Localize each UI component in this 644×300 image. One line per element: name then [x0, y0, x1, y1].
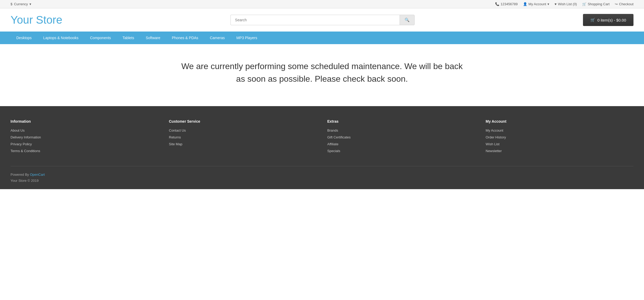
checkout-link[interactable]: ↪ Checkout	[615, 2, 633, 6]
phone-icon: 📞	[495, 2, 499, 6]
footer-list-item: Brands	[327, 128, 475, 132]
footer-column-list: About UsDelivery InformationPrivacy Poli…	[11, 128, 158, 153]
store-title: Your Store	[11, 14, 62, 26]
footer-bottom: Powered By OpenCart Your Store © 2019	[11, 172, 633, 184]
checkout-icon: ↪	[615, 2, 618, 6]
footer-link[interactable]: Terms & Conditions	[11, 149, 40, 153]
footer-column: Customer ServiceContact UsReturnsSite Ma…	[169, 119, 317, 156]
cart-button-label: 0 item(s) - $0.00	[597, 18, 626, 22]
nav-link[interactable]: Phones & PDAs	[166, 32, 204, 44]
dollar-icon: $	[11, 2, 12, 6]
footer-link[interactable]: My Account	[486, 128, 503, 132]
my-account-link[interactable]: 👤 My Account ▾	[523, 2, 549, 6]
currency-label: Currency	[14, 2, 28, 6]
account-icon: 👤	[523, 2, 527, 6]
footer-divider	[11, 166, 633, 166]
footer-list-item: My Account	[486, 128, 633, 132]
footer-list-item: Site Map	[169, 142, 317, 146]
shopping-cart-link[interactable]: 🛒 Shopping Cart	[582, 2, 610, 6]
currency-dropdown-arrow: ▾	[29, 2, 31, 6]
footer-link[interactable]: Brands	[327, 128, 338, 132]
footer-link[interactable]: Gift Certificates	[327, 135, 351, 139]
powered-by: Powered By OpenCart	[11, 172, 633, 178]
phone-link[interactable]: 📞 123456789	[495, 2, 518, 6]
cart-button-icon: 🛒	[590, 18, 595, 22]
footer-list-item: Wish List	[486, 142, 633, 146]
footer-link[interactable]: About Us	[11, 128, 24, 132]
footer-link[interactable]: Specials	[327, 149, 340, 153]
footer-column: InformationAbout UsDelivery InformationP…	[11, 119, 158, 156]
footer-list-item: Terms & Conditions	[11, 149, 158, 153]
footer-column-heading: Information	[11, 119, 158, 123]
footer-columns: InformationAbout UsDelivery InformationP…	[11, 119, 633, 163]
cart-icon: 🛒	[582, 2, 586, 6]
phone-number: 123456789	[501, 2, 518, 6]
nav-link[interactable]: Components	[84, 32, 117, 44]
footer-list-item: Returns	[169, 135, 317, 139]
footer-column: My AccountMy AccountOrder HistoryWish Li…	[486, 119, 633, 156]
heart-icon: ♥	[555, 2, 557, 6]
opencart-link[interactable]: OpenCart	[30, 173, 45, 177]
nav-link[interactable]: Tablets	[117, 32, 140, 44]
my-account-label: My Account	[529, 2, 546, 6]
nav-item: Phones & PDAs	[166, 32, 204, 44]
checkout-label: Checkout	[619, 2, 633, 6]
maintenance-message: We are currently performing some schedul…	[177, 60, 467, 85]
footer-link[interactable]: Site Map	[169, 142, 182, 146]
powered-by-label: Powered By	[11, 173, 29, 177]
search-button[interactable]: 🔍	[400, 15, 415, 25]
search-area: 🔍	[230, 15, 415, 25]
nav-item: MP3 Players	[230, 32, 263, 44]
footer-column-list: My AccountOrder HistoryWish ListNewslett…	[486, 128, 633, 153]
search-icon: 🔍	[405, 18, 410, 22]
footer-list-item: Specials	[327, 149, 475, 153]
nav-link[interactable]: Software	[140, 32, 166, 44]
footer-link[interactable]: Newsletter	[486, 149, 502, 153]
top-bar-right: 📞 123456789 👤 My Account ▾ ♥ Wish List (…	[495, 2, 633, 6]
footer-link[interactable]: Affiliate	[327, 142, 338, 146]
wish-list-label: Wish List (0)	[558, 2, 577, 6]
footer-link[interactable]: Returns	[169, 135, 181, 139]
footer-link[interactable]: Privacy Policy	[11, 142, 32, 146]
nav-item: Desktops	[11, 32, 37, 44]
nav-item: Tablets	[117, 32, 140, 44]
cart-button[interactable]: 🛒 0 item(s) - $0.00	[583, 14, 633, 26]
copyright: Your Store © 2019	[11, 178, 633, 184]
nav-item: Cameras	[204, 32, 231, 44]
footer-list-item: Affiliate	[327, 142, 475, 146]
footer: InformationAbout UsDelivery InformationP…	[0, 106, 644, 189]
wish-list-link[interactable]: ♥ Wish List (0)	[555, 2, 577, 6]
nav-link[interactable]: Cameras	[204, 32, 231, 44]
nav-link[interactable]: MP3 Players	[230, 32, 263, 44]
footer-list-item: Contact Us	[169, 128, 317, 132]
footer-column-list: Contact UsReturnsSite Map	[169, 128, 317, 146]
footer-column-heading: My Account	[486, 119, 633, 123]
main-content: We are currently performing some schedul…	[0, 44, 644, 106]
nav-link[interactable]: Desktops	[11, 32, 37, 44]
footer-list-item: Delivery Information	[11, 135, 158, 139]
footer-link[interactable]: Wish List	[486, 142, 500, 146]
footer-list-item: Order History	[486, 135, 633, 139]
nav-link[interactable]: Laptops & Notebooks	[37, 32, 84, 44]
footer-column-list: BrandsGift CertificatesAffiliateSpecials	[327, 128, 475, 153]
nav-item: Components	[84, 32, 117, 44]
footer-list-item: About Us	[11, 128, 158, 132]
top-bar: $ Currency ▾ 📞 123456789 👤 My Account ▾ …	[0, 0, 644, 8]
search-input[interactable]	[230, 15, 400, 25]
nav-list: DesktopsLaptops & NotebooksComponentsTab…	[11, 32, 633, 44]
shopping-cart-label: Shopping Cart	[588, 2, 610, 6]
my-account-dropdown-arrow: ▾	[547, 2, 549, 6]
header: Your Store 🔍 🛒 0 item(s) - $0.00	[0, 8, 644, 32]
currency-dropdown[interactable]: $ Currency ▾	[11, 2, 31, 6]
footer-column: ExtrasBrandsGift CertificatesAffiliateSp…	[327, 119, 475, 156]
footer-list-item: Gift Certificates	[327, 135, 475, 139]
footer-list-item: Newsletter	[486, 149, 633, 153]
footer-link[interactable]: Order History	[486, 135, 506, 139]
footer-column-heading: Customer Service	[169, 119, 317, 123]
navbar: DesktopsLaptops & NotebooksComponentsTab…	[0, 32, 644, 44]
store-logo-link[interactable]: Your Store	[11, 14, 62, 26]
footer-link[interactable]: Delivery Information	[11, 135, 41, 139]
nav-item: Laptops & Notebooks	[37, 32, 84, 44]
nav-item: Software	[140, 32, 166, 44]
footer-link[interactable]: Contact Us	[169, 128, 186, 132]
